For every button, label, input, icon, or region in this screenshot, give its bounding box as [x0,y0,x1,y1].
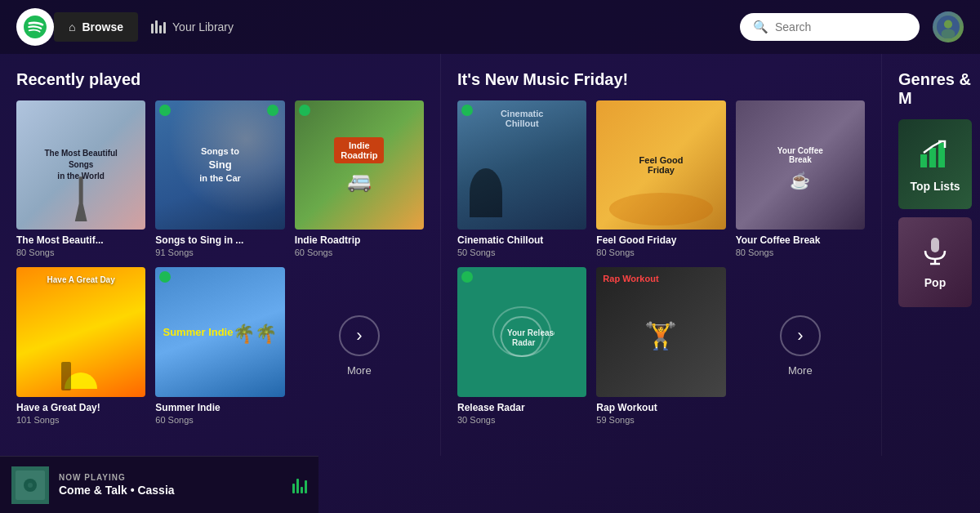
playlist-cover-summer: Summer Indie 🌴🌴 [155,267,284,396]
playlist-cover-rap: Rap Workout 🏋️ [596,267,725,396]
genres-section: Genres & M Top Lists [882,54,980,456]
navbar: ⌂ Browse Your Library 🔍 [0,0,980,54]
recently-played-title: Recently played [16,70,424,89]
playlist-item-feel-good[interactable]: Feel GoodFriday Feel Good Friday 80 Song… [596,100,725,257]
library-nav[interactable]: Your Library [151,20,234,33]
playlist-name: Summer Indie [155,402,284,413]
playlist-songs: 91 Songs [155,248,284,257]
playlist-songs: 101 Songs [16,415,145,425]
recently-played-more-button[interactable]: › More [295,267,424,424]
playlist-songs: 50 Songs [457,248,586,257]
library-label: Your Library [172,20,234,33]
spotify-logo[interactable] [16,8,54,46]
playlist-songs: 80 Songs [16,248,145,257]
playlist-cover-sing: Songs toSingin the Car [155,100,284,230]
svg-rect-5 [920,154,927,167]
spotify-badge-sing [159,105,171,116]
playlist-item-rap[interactable]: Rap Workout 🏋️ Rap Workout 59 Songs [596,267,725,424]
new-music-grid: CinematicChillout Cinematic Chillout 50 … [457,100,865,425]
home-icon: ⌂ [69,20,75,33]
playlist-songs: 60 Songs [155,415,284,425]
playlist-songs: 80 Songs [736,248,865,257]
playlist-name: Songs to Sing in ... [155,234,284,246]
recently-played-section: Recently played The Most Beautiful Songs… [0,54,441,456]
playlist-item-cinematic[interactable]: CinematicChillout Cinematic Chillout 50 … [457,100,586,257]
new-music-section: It's New Music Friday! CinematicChillout… [441,54,882,456]
playlist-cover-radar: Your Release Radar [457,267,586,396]
genre-top-lists-label: Top Lists [910,180,960,193]
browse-label: Browse [82,20,123,33]
svg-point-14 [28,483,33,488]
library-icon [151,20,166,33]
playlist-item-summer-indie[interactable]: Summer Indie 🌴🌴 Summer Indie 60 Songs [155,267,284,424]
genre-pop[interactable]: Pop [898,217,972,307]
playlist-songs: 30 Songs [457,415,586,425]
playlist-songs: 60 Songs [295,248,424,257]
spotify-badge-summer [159,271,171,283]
playlist-item-radar[interactable]: Your Release Radar Release Radar 30 Song… [457,267,586,424]
eq-bar-3 [301,487,303,493]
svg-text:Your Release: Your Release [507,328,555,337]
eq-bar-2 [296,479,299,493]
playlist-item-indie-roadtrip[interactable]: IndieRoadtrip 🚐 Indie Roadtrip 60 Songs [295,100,424,257]
main-content: Recently played The Most Beautiful Songs… [0,54,980,456]
playlist-songs: 80 Songs [596,248,725,257]
playlist-cover-feel-good: Feel GoodFriday [596,100,725,230]
more-circle-icon: › [339,315,380,356]
eq-bar-1 [292,484,295,493]
now-playing-bar: NOW PLAYING Come & Talk • Cassia [0,456,318,513]
playlist-item-beautiful[interactable]: The Most Beautiful Songsin the World The… [16,100,145,257]
new-music-more-button[interactable]: › More [736,267,865,424]
user-avatar[interactable] [933,11,964,42]
playlist-item-sing[interactable]: Songs toSingin the Car Songs to Sing in … [155,100,284,257]
spotify-badge-indie [299,105,310,116]
now-playing-thumbnail [11,466,49,504]
more-label: More [347,364,372,377]
playlist-cover-indie: IndieRoadtrip 🚐 [295,100,424,230]
genre-top-lists[interactable]: Top Lists [898,119,972,209]
more-label: More [788,364,813,377]
browse-button[interactable]: ⌂ Browse [54,12,138,42]
genre-pop-label: Pop [924,276,946,289]
now-playing-label: NOW PLAYING [59,473,283,482]
playlist-name: Have a Great Day! [16,402,145,413]
playlist-cover-beautiful: The Most Beautiful Songsin the World [16,100,145,230]
playlist-name: Your Coffee Break [736,234,865,246]
playlist-cover-great-day: Have A Great Day [16,267,145,396]
svg-rect-8 [931,238,939,252]
svg-rect-6 [929,148,936,167]
now-playing-track: Come & Talk • Cassia [59,484,283,497]
playlist-name: Indie Roadtrip [295,234,424,246]
playlist-item-great-day[interactable]: Have A Great Day Have a Great Day! 101 S… [16,267,145,424]
more-circle-icon: › [780,315,821,356]
playlist-item-coffee[interactable]: Your CoffeeBreak ☕ Your Coffee Break 80 … [736,100,865,257]
equalizer-icon [292,477,307,493]
svg-point-1 [944,20,952,29]
chart-icon [919,136,951,175]
search-bar[interactable]: 🔍 [740,13,920,41]
svg-point-2 [942,29,956,38]
search-icon: 🔍 [753,20,768,34]
playlist-songs: 59 Songs [596,415,725,425]
playlist-cover-coffee: Your CoffeeBreak ☕ [736,100,865,230]
playlist-name: Feel Good Friday [596,234,725,246]
playlist-cover-cinematic: CinematicChillout [457,100,586,230]
eq-bar-4 [305,480,307,493]
new-music-title: It's New Music Friday! [457,70,865,89]
genres-title: Genres & M [898,70,972,108]
playlist-name: Cinematic Chillout [457,234,586,246]
playlist-name: The Most Beautif... [16,234,145,246]
playlist-name: Rap Workout [596,402,725,413]
search-input[interactable] [775,20,906,33]
recently-played-grid: The Most Beautiful Songsin the World The… [16,100,424,425]
playlist-name: Release Radar [457,402,586,413]
svg-text:Radar: Radar [512,338,535,347]
mic-icon [920,236,950,271]
now-playing-info: NOW PLAYING Come & Talk • Cassia [59,473,283,497]
